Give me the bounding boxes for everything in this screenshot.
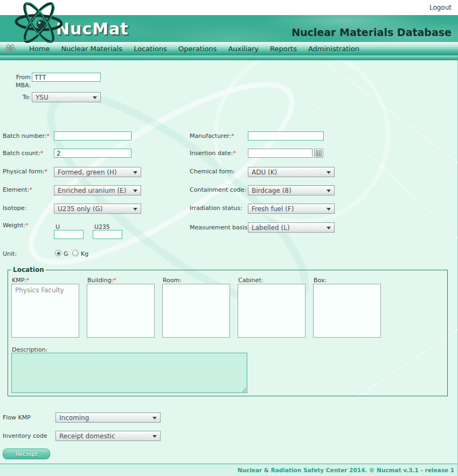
nav-item-reports[interactable]: Reports	[270, 45, 297, 53]
weight-label: Weight:*	[3, 222, 29, 229]
weight-u235-input[interactable]	[93, 230, 122, 239]
required-marker: *	[231, 132, 234, 139]
room-label: Room:	[163, 277, 182, 284]
box-listbox[interactable]	[313, 284, 381, 338]
kmp-label: KMP:*	[12, 277, 30, 284]
measurement-basis-label: Measurement basis:	[190, 224, 249, 231]
inventory-code-select[interactable]: Receipt domestic	[55, 431, 161, 441]
insertion-date-input[interactable]	[248, 149, 313, 158]
chevron-down-icon	[327, 171, 331, 174]
element-label: Element:*	[3, 186, 32, 193]
building-listbox[interactable]	[87, 284, 155, 338]
chevron-down-icon	[327, 227, 331, 229]
required-marker: *	[40, 150, 44, 157]
containment-code-label: Containment code:	[190, 186, 246, 193]
nav-item-home[interactable]: Home	[29, 45, 50, 53]
chevron-down-icon	[93, 96, 97, 99]
cabinet-listbox[interactable]	[238, 284, 306, 338]
nav-item-auxiliary[interactable]: Auxiliary	[228, 45, 259, 53]
flow-kmp-label: Flow KMP	[3, 414, 31, 421]
nucmat-page: Logout NucMat Nuclear Materials Database…	[0, 0, 458, 476]
inventory-code-label: Inventory code	[3, 432, 47, 439]
unit-g-radio[interactable]	[55, 250, 61, 256]
atom-logo-icon	[10, 0, 66, 43]
to-select[interactable]: YSU	[32, 92, 101, 102]
nav-item-administration[interactable]: Administration	[308, 45, 359, 53]
app-subtitle: Nuclear Materials Database	[292, 26, 452, 38]
kmp-option[interactable]: Physics Faculty	[12, 284, 79, 294]
batch-count-label: Batch count:*	[3, 150, 43, 157]
cabinet-label: Cabinet:	[238, 277, 263, 284]
unit-g-option-label: G	[64, 250, 68, 257]
app-title: NucMat	[56, 19, 129, 38]
chevron-down-icon	[152, 435, 157, 438]
top-bar: Logout	[0, 0, 458, 15]
calendar-icon	[316, 150, 322, 156]
manufacturer-input[interactable]	[248, 131, 324, 141]
physical-form-select[interactable]: Formed, green (H)	[54, 167, 141, 177]
required-marker: *	[113, 277, 116, 284]
main-nav: Home Nuclear Materials Locations Operati…	[0, 42, 458, 55]
manufacturer-label: Manufacturer:*	[190, 132, 234, 139]
nav-substrip	[0, 55, 458, 60]
chemical-form-select[interactable]: ADU (K)	[248, 167, 335, 177]
required-marker: *	[47, 132, 50, 139]
footer-bar: Nuclear & Radiation Safety Center 2014. …	[0, 464, 458, 476]
background-watermark	[0, 60, 458, 464]
from-mba-label: From MBA:	[5, 73, 31, 89]
element-select[interactable]: Enriched uranium (E)	[54, 185, 141, 195]
weight-u-input[interactable]	[54, 230, 84, 239]
batch-number-label: Batch number:*	[3, 132, 50, 139]
required-marker: *	[233, 150, 236, 157]
batch-number-input[interactable]	[54, 131, 131, 141]
box-label: Box:	[314, 277, 327, 284]
flow-kmp-select[interactable]: Incoming	[55, 412, 161, 423]
to-label: To:	[5, 94, 31, 101]
chevron-down-icon	[327, 190, 331, 192]
physical-form-label: Physical form:*	[3, 168, 47, 175]
description-textarea[interactable]	[11, 353, 247, 393]
required-marker: *	[29, 186, 32, 193]
logout-link[interactable]: Logout	[429, 4, 452, 11]
calendar-button[interactable]	[314, 149, 323, 158]
measurement-basis-select[interactable]: Labelled (L)	[248, 222, 335, 233]
chemical-form-label: Chemical form:	[190, 168, 235, 175]
form-content: From MBA: To: YSU Batch number:* Manufac…	[0, 60, 458, 464]
from-mba-input[interactable]	[32, 73, 101, 82]
location-legend: Location	[11, 266, 46, 274]
batch-count-input[interactable]	[54, 149, 131, 158]
nav-item-operations[interactable]: Operations	[178, 45, 217, 53]
nav-item-nuclear-materials[interactable]: Nuclear Materials	[61, 45, 122, 53]
room-listbox[interactable]	[162, 284, 230, 338]
isotope-label: Isotope:	[3, 205, 26, 212]
irradiation-status-label: Irradiation status:	[190, 205, 242, 212]
containment-code-select[interactable]: Birdcage (8)	[248, 185, 335, 195]
isotope-select[interactable]: U235 only (G)	[54, 204, 141, 214]
receipt-button[interactable]: Receipt	[3, 449, 50, 459]
unit-kg-radio[interactable]	[72, 250, 79, 256]
irradiation-status-select[interactable]: Fresh fuel (F)	[248, 204, 335, 214]
kmp-listbox[interactable]: Physics Faculty	[11, 284, 79, 338]
insertion-date-label: Insertion date:*	[190, 150, 236, 157]
required-marker: *	[26, 277, 30, 284]
chevron-down-icon	[133, 208, 137, 211]
chevron-down-icon	[133, 171, 137, 174]
chevron-down-icon	[133, 190, 137, 192]
required-marker: *	[25, 222, 29, 229]
footer-text: Nuclear & Radiation Safety Center 2014. …	[238, 467, 454, 473]
building-label: Building:*	[87, 277, 116, 284]
atom-nav-icon	[4, 43, 16, 55]
nav-item-locations[interactable]: Locations	[134, 45, 167, 53]
chevron-down-icon	[152, 417, 157, 419]
unit-label: Unit:	[3, 250, 17, 257]
chevron-down-icon	[327, 208, 331, 211]
unit-kg-option-label: Kg	[81, 250, 88, 257]
required-marker: *	[45, 168, 48, 175]
